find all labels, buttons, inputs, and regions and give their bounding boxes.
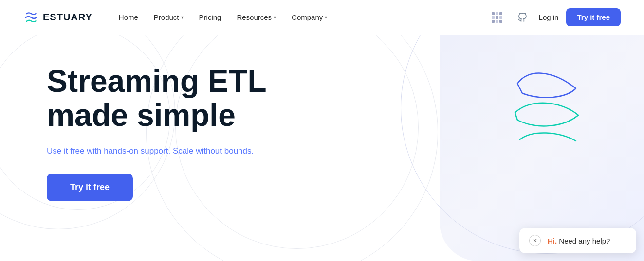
slack-icon <box>492 12 502 23</box>
chat-close-button[interactable]: ✕ <box>529 235 541 246</box>
logo-icon <box>23 10 39 25</box>
github-icon <box>517 13 527 22</box>
logo-link[interactable]: ESTUARY <box>23 10 92 25</box>
chat-widget: ✕ Hi. Need any help? <box>519 228 636 253</box>
nav-home[interactable]: Home <box>112 9 145 25</box>
hero-subtitle: Use it free with hands-on support. Scale… <box>47 146 267 156</box>
chat-body: Need any help? <box>559 237 610 245</box>
nav-actions: Log in Try it free <box>488 8 621 26</box>
navbar: ESTUARY Home Product ▾ Pricing Resources… <box>0 0 644 35</box>
hero-title: Streaming ETL made simple <box>47 64 267 133</box>
github-button[interactable] <box>514 9 531 26</box>
nav-pricing[interactable]: Pricing <box>192 9 228 25</box>
resources-chevron-icon: ▾ <box>274 15 276 20</box>
nav-try-free-button[interactable]: Try it free <box>566 8 621 26</box>
chat-greeting: Hi. <box>548 237 557 245</box>
hero-logo-mark <box>508 64 586 161</box>
nav-links: Home Product ▾ Pricing Resources ▾ Compa… <box>112 9 488 25</box>
hero-section: Streaming ETL made simple Use it free wi… <box>0 35 644 261</box>
nav-product[interactable]: Product ▾ <box>147 9 190 25</box>
logo-text: ESTUARY <box>43 12 92 23</box>
chat-message: Hi. Need any help? <box>548 237 610 245</box>
product-chevron-icon: ▾ <box>181 15 184 20</box>
company-chevron-icon: ▾ <box>325 15 327 20</box>
hero-cta-button[interactable]: Try it free <box>47 174 133 201</box>
nav-company[interactable]: Company ▾ <box>285 9 334 25</box>
nav-resources[interactable]: Resources ▾ <box>230 9 283 25</box>
login-link[interactable]: Log in <box>539 13 559 21</box>
hero-content: Streaming ETL made simple Use it free wi… <box>47 64 267 201</box>
slack-button[interactable] <box>488 9 506 26</box>
